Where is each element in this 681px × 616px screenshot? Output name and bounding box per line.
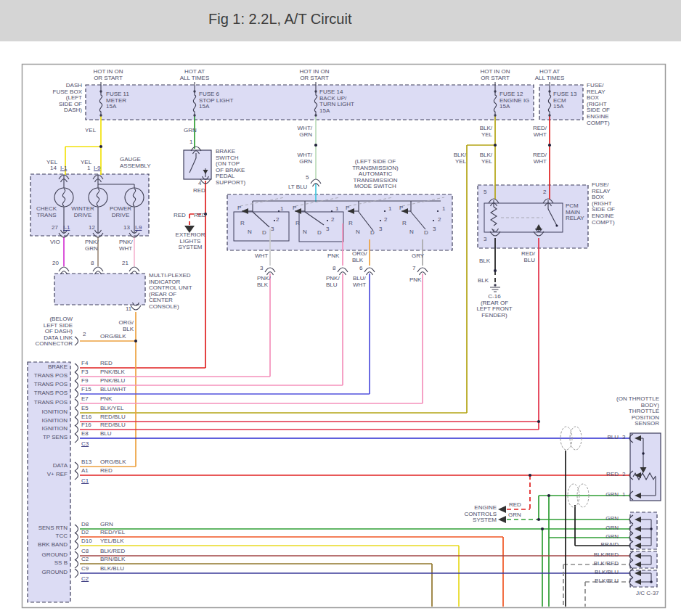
pcm-row-name: IGNITION bbox=[22, 409, 68, 416]
gauge-pin-13: 13 bbox=[123, 225, 130, 231]
feed-label: HOT IN ON OR START bbox=[293, 69, 336, 81]
brake-pin-4: 4 bbox=[198, 181, 201, 187]
ms-pos-3: 3 bbox=[271, 226, 274, 233]
dlc-wire-label: ORG/BLK bbox=[100, 334, 126, 340]
fuse11-label: FUSE 11 METER 15A bbox=[106, 91, 129, 110]
pcm-row-pin: F3 bbox=[81, 369, 88, 376]
pcm-row-wire: RED/BLU bbox=[100, 422, 126, 429]
ms-pos-3: 3 bbox=[326, 226, 329, 233]
jc-row-wire: BLK/BLU bbox=[579, 578, 619, 585]
ms-pos-d: D bbox=[424, 230, 428, 237]
pcm-row-wire: BLK/YEL bbox=[100, 406, 123, 412]
ms-pos-d: D bbox=[317, 230, 322, 237]
pcm-row-pin: C2 bbox=[81, 557, 89, 563]
fuse14-label: FUSE 14 BACK UP/ TURN LIGHT 15A bbox=[319, 89, 354, 114]
relay-pin-3: 3 bbox=[484, 237, 486, 243]
jc-label: J/C C-37 bbox=[636, 591, 659, 597]
pcm-section-c3[interactable]: C3 bbox=[81, 441, 89, 448]
dash-fuse-box-label: DASH FUSE BOX (LEFT SIDE OF DASH) bbox=[38, 83, 82, 114]
wire-label-redblu: RED/ BLU bbox=[517, 251, 535, 263]
tp-wire-red: RED bbox=[600, 472, 619, 478]
pcm-row-wire: BLK/RED bbox=[100, 549, 125, 555]
wire-label-blkyel: BLK/ YEL bbox=[447, 152, 466, 165]
pcm-row-pin: D2 bbox=[81, 530, 89, 536]
pcm-row-name: TP SENS bbox=[22, 435, 68, 441]
pcm-row-pin: F16 bbox=[81, 422, 91, 429]
pcm-row-name: V+ REF bbox=[22, 472, 68, 478]
tp-pin-3: 3 bbox=[622, 435, 625, 441]
ms-wire-pnkblk: PNK/ BLK bbox=[257, 276, 271, 288]
wire-label-red: RED bbox=[193, 188, 205, 194]
pcm-row-pin: D10 bbox=[81, 538, 92, 545]
link-i1[interactable]: I-1 bbox=[60, 165, 67, 172]
ms-pos-n: N bbox=[356, 229, 360, 236]
ms-pos-2: 2 bbox=[384, 217, 387, 223]
ms-out-orgblk: ORG/ BLK bbox=[352, 251, 367, 263]
gauge-pin-1: 1 bbox=[87, 165, 90, 172]
feed-label: HOT IN ON OR START bbox=[473, 69, 517, 81]
gauge-pin-12: 12 bbox=[89, 225, 95, 231]
tp-wire-grn: GRN bbox=[600, 492, 619, 498]
pcm-section-c1[interactable]: C1 bbox=[81, 478, 89, 485]
pcm-row-wire: PNK/BLU bbox=[100, 378, 125, 385]
ms-pos-3: 3 bbox=[433, 226, 436, 233]
ground-c16-label: C-16 (REAR OF LEFT FRONT FENDER) bbox=[465, 294, 523, 319]
link-i9[interactable]: I-9 bbox=[135, 225, 142, 231]
wire-label-orgblk: ORG/ BLK bbox=[115, 320, 134, 332]
pcm-row-name: GROUND bbox=[22, 552, 68, 559]
ms-pos-n: N bbox=[303, 229, 307, 236]
tp-sensor-label: (ON THROTTLE BODY) THROTTLE POSITION SEN… bbox=[608, 396, 659, 427]
wire-label-blk: BLK bbox=[478, 278, 489, 284]
ms-conn-3: 3 bbox=[260, 266, 263, 272]
pcm-row-pin: C9 bbox=[81, 566, 89, 572]
gauge-power-drive: POWER DRIVE bbox=[106, 206, 135, 218]
jc-row-wire: GRN bbox=[579, 525, 619, 532]
exterior-lights-label: EXTERIOR LIGHTS SYSTEM bbox=[168, 232, 212, 251]
gauge-pin-27: 27 bbox=[52, 225, 58, 231]
pcm-row-name: BRAKE bbox=[22, 364, 68, 371]
pcm-row-pin: A1 bbox=[81, 468, 89, 475]
tp-pin-2: 2 bbox=[622, 472, 625, 478]
pcm-row-wire: BLU bbox=[100, 431, 112, 438]
ms-conn-8: 8 bbox=[333, 266, 335, 272]
feed-label: HOT AT ALL TIMES bbox=[173, 69, 216, 81]
pcm-row-name: GROUND bbox=[22, 570, 68, 576]
gauge-check-trans: CHECK TRANS bbox=[32, 206, 61, 218]
wire-label-redwht: RED/ WHT bbox=[528, 126, 547, 138]
mplex-pin-20: 20 bbox=[52, 260, 59, 267]
pcm-section-c2[interactable]: C2 bbox=[81, 576, 89, 583]
link-i1[interactable]: I-1 bbox=[63, 225, 70, 231]
pcm-row-pin: E16 bbox=[81, 414, 91, 421]
ms-pos-p: P bbox=[346, 205, 349, 212]
link-i9[interactable]: I-9 bbox=[94, 165, 100, 172]
brake-switch-label: BRAKE SWITCH (ON TOP OF BRAKE PEDAL SUPP… bbox=[216, 149, 245, 186]
ms-pos-1: 1 bbox=[335, 206, 338, 213]
ms-pos-r: R bbox=[295, 221, 300, 227]
pcm-row-wire: RED/YEL bbox=[100, 530, 125, 536]
pcm-row-wire: YEL/BLK bbox=[100, 538, 123, 545]
wire-label-blkyel: BLK/ YEL bbox=[473, 126, 492, 138]
relay-label: PCM MAIN RELAY bbox=[566, 203, 584, 222]
fuse-relay-box-label: FUSE/ RELAY BOX (RIGHT SIDE OF ENGINE CO… bbox=[592, 182, 615, 226]
ms-pos-2: 2 bbox=[331, 217, 334, 223]
engine-controls-label: ENGINE CONTROLS SYSTEM bbox=[460, 505, 497, 524]
gauge-pin-14: 14 bbox=[50, 165, 57, 172]
ms-pos-1: 1 bbox=[388, 206, 391, 213]
ms-wire-bluwht: BLU/ WHT bbox=[353, 276, 366, 288]
jc-row-wire: BLK/BLU bbox=[579, 570, 619, 576]
pcm-row-pin: F4 bbox=[81, 361, 88, 367]
feed-label: HOT IN ON OR START bbox=[86, 69, 130, 81]
pcm-row-wire: BRN/BLK bbox=[100, 557, 125, 563]
pcm-row-wire: RED bbox=[100, 468, 113, 475]
wire-label-redwht: RED/ WHT bbox=[528, 152, 547, 165]
ms-pos-r: R bbox=[348, 221, 353, 227]
relay-pin-2: 2 bbox=[543, 189, 546, 196]
mplex-pin-8: 8 bbox=[91, 260, 94, 267]
wire-label-blkyel: BLK/ YEL bbox=[473, 152, 492, 165]
ms-pos-r: R bbox=[402, 221, 407, 227]
jc-row-wire: GRN bbox=[579, 516, 619, 522]
ms-wire-pnkblu: PNK/ BLU bbox=[326, 276, 340, 288]
ec-wire-red: RED bbox=[509, 502, 521, 509]
pcm-row-name: SENS RTN bbox=[22, 525, 68, 532]
jc-row-wire: BLK/RED bbox=[579, 552, 619, 559]
